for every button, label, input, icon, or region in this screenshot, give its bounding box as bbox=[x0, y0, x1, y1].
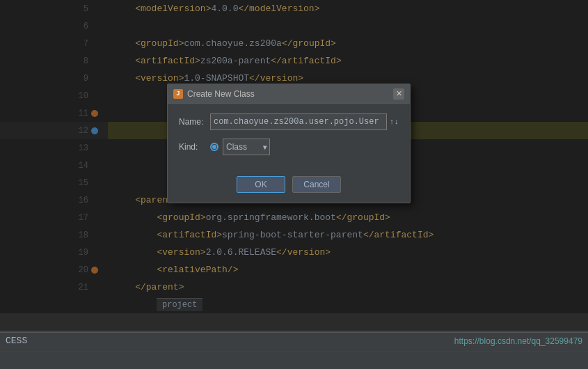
dialog-title: Create New Class bbox=[187, 89, 255, 99]
cancel-button[interactable]: Cancel bbox=[292, 176, 341, 193]
name-input[interactable] bbox=[210, 113, 387, 130]
ok-button[interactable]: OK bbox=[237, 176, 285, 193]
dialog-titlebar: J Create New Class ✕ bbox=[168, 84, 410, 104]
dialog-footer: OK Cancel bbox=[168, 173, 410, 203]
radio-button[interactable] bbox=[210, 143, 218, 151]
bottom-panel: CESS https://blog.csdn.net/qq_32599479 bbox=[0, 331, 588, 369]
dialog-body: Name: ↑↓ Kind: Class Interface Enum Anno… bbox=[168, 104, 410, 173]
close-button[interactable]: ✕ bbox=[393, 88, 404, 100]
kind-label: Kind: bbox=[179, 142, 210, 152]
kind-select[interactable]: Class Interface Enum Annotation bbox=[223, 139, 270, 155]
cess-label: CESS bbox=[6, 336, 27, 346]
bottom-row: CESS https://blog.csdn.net/qq_32599479 bbox=[0, 333, 588, 349]
name-row: Name: ↑↓ bbox=[179, 113, 399, 130]
kind-row: Kind: Class Interface Enum Annotation ▼ bbox=[179, 139, 399, 155]
url-label[interactable]: https://blog.csdn.net/qq_32599479 bbox=[454, 336, 582, 346]
create-class-dialog: J Create New Class ✕ Name: ↑↓ Kind: C bbox=[167, 84, 411, 203]
divider2 bbox=[0, 352, 588, 352]
name-label: Name: bbox=[179, 117, 210, 127]
dialog-icon: J bbox=[173, 89, 183, 99]
sort-icon[interactable]: ↑↓ bbox=[390, 118, 399, 126]
